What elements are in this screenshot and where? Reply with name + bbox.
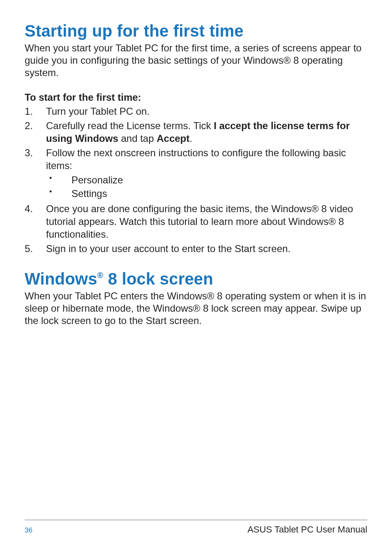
intro-paragraph-1: When you start your Tablet PC for the fi… — [25, 42, 367, 79]
bullet-personalize: Personalize — [46, 173, 367, 187]
step-1-text: Turn your Tablet PC on. — [46, 106, 150, 117]
section-lock-screen: Windows® 8 lock screen When your Tablet … — [25, 270, 367, 327]
heading-starting-up: Starting up for the first time — [25, 22, 367, 39]
step-2-post: . — [189, 133, 192, 144]
heading-lock-screen: Windows® 8 lock screen — [25, 270, 367, 287]
intro-paragraph-2: When your Tablet PC enters the Windows® … — [25, 290, 367, 327]
footer-title: ASUS Tablet PC User Manual — [247, 524, 367, 535]
page-number: 36 — [25, 526, 32, 535]
step-2: Carefully read the License terms. Tick I… — [25, 119, 367, 145]
bullet-settings: Settings — [46, 187, 367, 201]
step-3-bullets: Personalize Settings — [46, 173, 367, 201]
step-3-text: Follow the next onscreen instructions to… — [46, 147, 346, 171]
heading-lock-pre: Windows — [25, 270, 97, 288]
step-2-mid: and tap — [118, 133, 157, 144]
subheading-to-start: To start for the first time: — [25, 92, 367, 103]
step-1: Turn your Tablet PC on. — [25, 105, 367, 118]
step-5: Sign in to your user account to enter to… — [25, 242, 367, 255]
page-body: Starting up for the first time When you … — [0, 0, 392, 327]
step-4: Once you are done configuring the basic … — [25, 202, 367, 241]
steps-list: Turn your Tablet PC on. Carefully read t… — [25, 105, 367, 255]
step-2-pre: Carefully read the License terms. Tick — [46, 120, 214, 131]
heading-lock-post: 8 lock screen — [104, 270, 213, 288]
page-footer: 36 ASUS Tablet PC User Manual — [25, 520, 367, 535]
heading-lock-sup: ® — [97, 271, 104, 280]
step-2-bold-2: Accept — [157, 133, 189, 144]
step-3: Follow the next onscreen instructions to… — [25, 146, 367, 201]
